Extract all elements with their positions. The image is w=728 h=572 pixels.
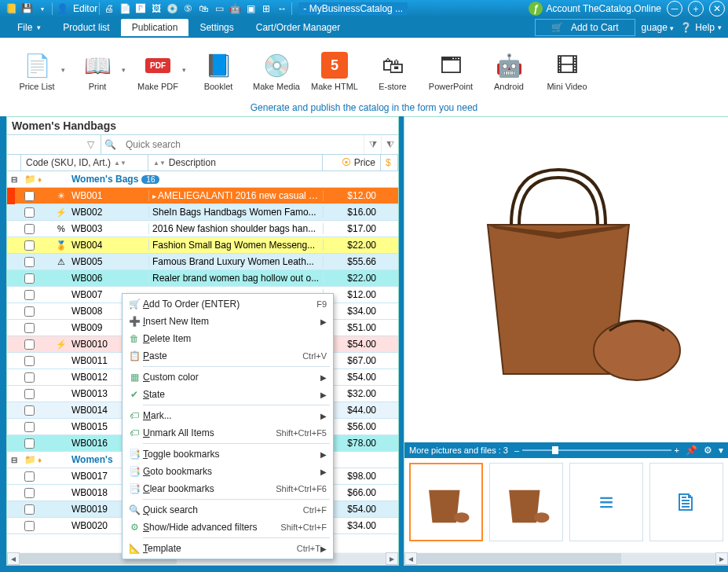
ctx-clear-bookmarks[interactable]: 📑Clear bookmarksShift+Ctrl+F6 — [123, 480, 333, 497]
row-checkbox[interactable] — [24, 521, 35, 531]
pin-icon[interactable]: 📌 — [686, 445, 697, 456]
save-dropdown[interactable]: ▾ — [35, 2, 49, 16]
ctx-goto-bookmarks[interactable]: 📑Goto bookmarks▶ — [123, 463, 333, 480]
category-row[interactable]: ⊟📁♦Women's Bags16 — [7, 171, 398, 188]
ctx-toggle-bookmarks[interactable]: 📑Toggle bookmarks▶ — [123, 446, 333, 463]
row-checkbox[interactable] — [24, 471, 35, 482]
ribbon-dropdown-icon[interactable]: ▾ — [182, 66, 186, 74]
row-checkbox[interactable] — [24, 422, 35, 432]
ribbon-make-pdf[interactable]: PDFMake PDF — [129, 49, 187, 91]
menu-settings[interactable]: Settings — [188, 19, 244, 36]
ribbon-powerpoint[interactable]: 🗔PowerPoint — [422, 49, 480, 91]
row-checkbox[interactable] — [24, 224, 35, 234]
ribbon-dropdown-icon[interactable]: ▾ — [61, 66, 65, 74]
row-checkbox[interactable] — [24, 389, 35, 399]
account-label[interactable]: Account TheCatalog.Online — [546, 3, 661, 14]
close-button[interactable]: ✕ — [709, 1, 725, 16]
ctx-template[interactable]: 📐TemplateCtrl+T▶ — [123, 540, 333, 557]
row-checkbox[interactable] — [24, 191, 35, 201]
row-checkbox[interactable] — [24, 306, 35, 317]
thumb-size-slider[interactable]: –+ — [514, 446, 679, 455]
row-checkbox[interactable] — [24, 372, 35, 383]
ctx-show-hide-advanced-filters[interactable]: ⚙Show/Hide advanced filtersShift+Ctrl+F — [123, 519, 333, 536]
save-icon[interactable]: 💾 — [20, 2, 34, 16]
scroll-left-button[interactable]: ◂ — [7, 552, 20, 565]
row-checkbox[interactable] — [24, 323, 35, 333]
ctx-custom-color[interactable]: ▦Custom color▶ — [123, 368, 333, 386]
ribbon-make-media[interactable]: 💿Make Media — [247, 49, 305, 91]
tb-android-icon[interactable]: 🤖 — [228, 2, 242, 16]
table-row[interactable]: 🏅WB004Fashion Small Bag Women Messeng...… — [7, 237, 398, 254]
table-row[interactable]: %WB0032016 New fashion shoulder bags han… — [7, 221, 398, 237]
menu-cart-order[interactable]: Cart/Order Manager — [245, 19, 351, 36]
account-badge-icon[interactable]: ƒ — [529, 2, 543, 16]
thumbnail-1[interactable] — [409, 463, 483, 541]
sort-icon[interactable]: ▲▼ — [114, 160, 126, 167]
row-checkbox[interactable] — [24, 290, 35, 300]
tb-html-icon[interactable]: ⑤ — [181, 2, 195, 16]
tb-pdf-icon[interactable]: 🅿 — [134, 2, 148, 16]
ctx-paste[interactable]: 📋PasteCtrl+V — [123, 347, 333, 365]
tb-window-icon[interactable]: ▣ — [243, 2, 258, 16]
quick-search-input[interactable] — [119, 135, 364, 154]
app-icon[interactable]: 📒 — [4, 2, 18, 16]
ribbon-e-store[interactable]: 🛍E-store — [364, 49, 422, 91]
scroll-left-button[interactable]: ◂ — [404, 552, 417, 565]
tb-export-icon[interactable]: ▭ — [212, 2, 226, 16]
ctx-state[interactable]: ✔State▶ — [123, 386, 333, 403]
ctx-add-to-order-enter[interactable]: 🛒Add To Order (ENTER)F9 — [123, 295, 333, 313]
ctx-unmark-all-items[interactable]: 🏷Unmark All ItemsShift+Ctrl+F5 — [123, 424, 333, 442]
tb-media-icon[interactable]: 💿 — [165, 2, 179, 16]
ctx-insert-new-item[interactable]: ➕Insert New Item▶ — [123, 313, 333, 330]
row-checkbox[interactable] — [24, 207, 35, 218]
ctx-quick-search[interactable]: 🔍Quick searchCtrl+F — [123, 501, 333, 519]
help-menu[interactable]: ❔Help ▾ — [680, 22, 722, 33]
language-dropdown[interactable]: guage ▾ — [642, 22, 675, 33]
ribbon-booklet[interactable]: 📘Booklet — [189, 49, 247, 91]
tb-doc-icon[interactable]: 📄 — [118, 2, 132, 16]
thumbnail-4[interactable]: 🗎 — [649, 463, 723, 541]
table-row[interactable]: ⚠WB005Famous Brand Luxury Women Leath...… — [7, 254, 398, 270]
gear-icon[interactable]: ⚙ — [704, 445, 712, 456]
row-checkbox[interactable] — [24, 257, 35, 267]
menu-file[interactable]: File▾ — [6, 19, 52, 36]
col-sku[interactable]: Code (SKU, ID, Art.) — [26, 157, 111, 168]
thumbs-scrollbar[interactable]: ◂ ▸ — [404, 552, 728, 565]
row-checkbox[interactable] — [24, 273, 35, 284]
scroll-thumb[interactable] — [417, 553, 621, 564]
ctx-mark[interactable]: 🏷Mark...▶ — [123, 407, 333, 424]
chevron-down-icon[interactable]: ▾ — [719, 445, 723, 456]
table-row[interactable]: ☀WB001▸AMELIEGALANTI 2016 new casual w..… — [7, 188, 398, 204]
scroll-right-button[interactable]: ▸ — [386, 552, 398, 565]
tree-dropdown[interactable]: ▽ — [7, 135, 101, 154]
add-to-cart-button[interactable]: 🛒 Add to Cart — [535, 19, 635, 36]
thumbnail-2[interactable] — [489, 463, 563, 541]
row-checkbox[interactable] — [24, 488, 35, 498]
col-price[interactable]: Price — [354, 157, 375, 168]
table-row[interactable]: ⚡WB002SheIn Bags Handbags Women Famo...$… — [7, 204, 398, 221]
row-checkbox[interactable] — [24, 339, 35, 350]
user-icon[interactable]: 👤 — [55, 2, 69, 16]
table-row[interactable]: WB006Realer brand women bag hollow out o… — [7, 270, 398, 287]
ribbon-dropdown-icon[interactable]: ▾ — [122, 66, 126, 74]
row-checkbox[interactable] — [24, 438, 35, 449]
menu-product-list[interactable]: Product list — [52, 19, 120, 36]
minimize-button[interactable]: ─ — [667, 1, 682, 16]
ctx-delete-item[interactable]: 🗑Delete Item — [123, 330, 333, 347]
scroll-right-button[interactable]: ▸ — [715, 552, 728, 565]
clear-filter-icon[interactable]: ⧩ — [364, 135, 381, 154]
ribbon-mini-video[interactable]: 🎞Mini Video — [538, 49, 596, 91]
row-checkbox[interactable] — [24, 240, 35, 251]
ribbon-make-html[interactable]: 5Make HTML — [305, 49, 364, 91]
row-checkbox[interactable] — [24, 405, 35, 416]
col-desc[interactable]: Description — [169, 157, 216, 168]
tb-layout-icon[interactable]: ⊞ — [259, 2, 273, 16]
ribbon-price-list[interactable]: 📄Price List — [8, 49, 66, 91]
thumbnail-3[interactable]: ≡ — [569, 463, 643, 541]
ribbon-android[interactable]: 🤖Android — [480, 49, 538, 91]
tb-store-icon[interactable]: 🛍 — [196, 2, 210, 16]
filter-icon[interactable]: ⧨ — [381, 135, 398, 154]
menu-publication[interactable]: Publication — [121, 19, 189, 36]
tb-print-icon[interactable]: 🖨 — [102, 2, 116, 16]
row-checkbox[interactable] — [24, 504, 35, 515]
